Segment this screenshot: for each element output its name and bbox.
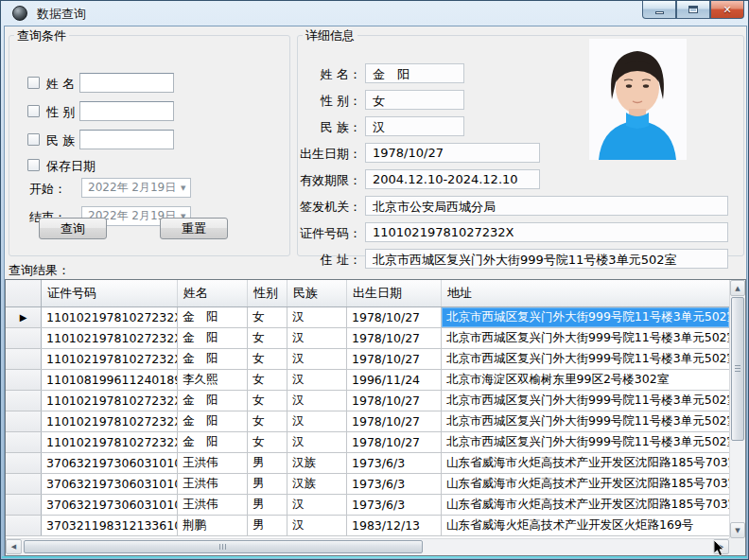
table-cell[interactable]: 男 — [248, 453, 287, 473]
detail-field-value[interactable]: 女 — [365, 90, 464, 110]
filter-input[interactable] — [79, 130, 174, 149]
table-cell[interactable]: 11010219781027232X — [42, 432, 178, 452]
table-cell[interactable]: 汉 — [287, 349, 347, 369]
detail-field-value[interactable]: 1978/10/27 — [365, 143, 540, 163]
table-row[interactable]: 11010219781027232X金 阳女汉1978/10/27北京市西城区复… — [6, 328, 729, 349]
column-header[interactable]: 证件号码 — [42, 280, 178, 306]
table-cell[interactable]: 370632197306031010 — [42, 495, 178, 515]
table-cell[interactable]: 北京市西城区复兴门外大街999号院11号楼3单元502室 — [442, 391, 729, 411]
table-cell[interactable]: 汉 — [287, 307, 347, 327]
row-header-cell[interactable] — [6, 474, 42, 494]
table-cell[interactable]: 王洪伟 — [178, 495, 248, 515]
detail-field-value[interactable]: 汉 — [365, 116, 464, 136]
filter-label[interactable]: 保存日期 — [46, 158, 96, 175]
table-cell[interactable]: 女 — [248, 349, 287, 369]
table-row[interactable]: 370632197306031010王洪伟男汉族1973/6/3山东省威海市火炬… — [6, 453, 729, 474]
reset-button[interactable]: 重置 — [160, 218, 228, 239]
table-row[interactable]: 110108199611240189李久熙女汉1996/11/24北京市海淀区双… — [6, 370, 729, 391]
table-cell[interactable]: 1978/10/27 — [347, 411, 442, 431]
row-header-cell[interactable] — [6, 516, 42, 535]
row-header-cell[interactable] — [6, 370, 42, 390]
start-date-picker[interactable]: 2022年 2月19日▼ — [81, 178, 191, 198]
table-cell[interactable]: 王洪伟 — [178, 474, 248, 494]
table-cell[interactable]: 汉 — [287, 411, 347, 431]
row-header-cell[interactable] — [6, 349, 42, 369]
table-cell[interactable]: 女 — [248, 328, 287, 348]
row-header-cell[interactable] — [6, 328, 42, 348]
column-header[interactable]: 性别 — [248, 280, 287, 306]
table-cell[interactable]: 金 阳 — [178, 411, 248, 431]
table-cell[interactable]: 男 — [248, 516, 287, 535]
table-cell[interactable]: 北京市海淀区双榆树东里99区2号楼302室 — [442, 370, 729, 390]
table-cell[interactable]: 汉 — [287, 328, 347, 348]
table-row[interactable]: 11010219781027232X金 阳女汉1978/10/27北京市西城区复… — [6, 432, 729, 453]
table-cell[interactable]: 1983/12/13 — [347, 516, 442, 535]
table-cell[interactable]: 金 阳 — [178, 432, 248, 452]
table-cell[interactable]: 1996/11/24 — [347, 370, 442, 390]
filter-input[interactable] — [79, 73, 174, 93]
filter-checkbox[interactable] — [27, 159, 40, 171]
table-cell[interactable]: 男 — [248, 474, 287, 494]
column-header[interactable]: 民族 — [287, 280, 347, 306]
scroll-up-button[interactable]: ▲ — [730, 280, 745, 296]
table-cell[interactable]: 李久熙 — [178, 370, 248, 390]
table-cell[interactable]: 11010219781027232X — [42, 328, 178, 348]
table-cell[interactable]: 汉 — [287, 516, 347, 535]
scroll-down-button[interactable]: ▼ — [730, 522, 745, 538]
table-cell[interactable]: 北京市西城区复兴门外大街999号院11号楼3单元502室 — [442, 328, 729, 348]
table-cell[interactable]: 女 — [248, 391, 287, 411]
maximize-button[interactable] — [676, 1, 710, 19]
title-bar[interactable]: 数据查询 ✕ — [1, 1, 748, 26]
filter-label[interactable]: 姓 名 — [46, 76, 75, 93]
vertical-scrollbar[interactable]: ▲ ▼ — [729, 280, 745, 538]
table-cell[interactable]: 1978/10/27 — [347, 432, 442, 452]
column-header[interactable]: 出生日期 — [347, 280, 442, 306]
table-cell[interactable]: 女 — [248, 411, 287, 431]
column-header[interactable]: 地址 — [442, 280, 729, 306]
table-cell[interactable]: 北京市西城区复兴门外大街999号院11号楼3单元502室 — [442, 411, 729, 431]
table-cell[interactable]: 110108199611240189 — [42, 370, 178, 390]
table-cell[interactable]: 荆鹏 — [178, 516, 248, 535]
filter-label[interactable]: 民 族 — [46, 132, 75, 149]
table-cell[interactable]: 370632197306031010 — [42, 453, 178, 473]
row-header-cell[interactable] — [6, 453, 42, 473]
table-cell[interactable]: 1973/6/3 — [347, 495, 442, 515]
close-button[interactable]: ✕ — [710, 1, 744, 19]
table-cell[interactable]: 11010219781027232X — [42, 349, 178, 369]
table-cell[interactable]: 11010219781027232X — [42, 411, 178, 431]
table-row[interactable]: 11010219781027232X金 阳女汉1978/10/27北京市西城区复… — [6, 349, 729, 370]
table-cell[interactable]: 汉族 — [287, 453, 347, 473]
table-cell[interactable]: 女 — [248, 307, 287, 327]
filter-label[interactable]: 性 别 — [46, 104, 75, 121]
table-cell[interactable]: 金 阳 — [178, 349, 248, 369]
row-header-cell[interactable]: ▶ — [6, 307, 42, 327]
horizontal-scrollbar[interactable]: ◀ ▶ — [6, 538, 729, 555]
table-row[interactable]: 370321198312133610荆鹏男汉1983/12/13山东省威海火炬高… — [6, 516, 729, 536]
scroll-left-button[interactable]: ◀ — [6, 539, 22, 554]
table-cell[interactable]: 1978/10/27 — [347, 391, 442, 411]
table-row[interactable]: 370632197306031010王洪伟男汉1973/6/3山东省威海市火炬高… — [6, 495, 729, 516]
table-cell[interactable]: 1978/10/27 — [347, 328, 442, 348]
column-header[interactable]: 姓名 — [178, 280, 248, 306]
table-cell[interactable]: 汉族 — [287, 474, 347, 494]
vertical-scroll-thumb[interactable] — [731, 297, 744, 441]
table-row[interactable]: ▶11010219781027232X金 阳女汉1978/10/27北京市西城区… — [6, 307, 729, 328]
row-header-cell[interactable] — [6, 495, 42, 515]
row-header-cell[interactable] — [6, 411, 42, 431]
table-cell[interactable]: 山东省威海市火炬高技术产业开发区沈阳路185号703室 — [442, 474, 729, 494]
table-cell[interactable]: 山东省威海市火炬高技术产业开发区沈阳路185号703室 — [442, 495, 729, 515]
minimize-button[interactable] — [642, 1, 676, 19]
table-cell[interactable]: 金 阳 — [178, 391, 248, 411]
table-cell[interactable]: 女 — [248, 432, 287, 452]
table-cell[interactable]: 1978/10/27 — [347, 307, 442, 327]
query-button[interactable]: 查询 — [39, 218, 107, 239]
detail-field-value[interactable]: 北京市公安局西城分局 — [365, 196, 728, 216]
detail-field-value[interactable]: 北京市西城区复兴门外大街999号院11号楼3单元502室 — [365, 249, 728, 269]
table-cell[interactable]: 北京市西城区复兴门外大街999号院11号楼3单元502室 — [442, 349, 729, 369]
detail-field-value[interactable]: 11010219781027232X — [365, 222, 728, 242]
table-cell[interactable]: 金 阳 — [178, 328, 248, 348]
row-header-cell[interactable] — [6, 432, 42, 452]
filter-checkbox[interactable] — [27, 133, 40, 146]
table-row[interactable]: 370632197306031010王洪伟男汉族1973/6/3山东省威海市火炬… — [6, 474, 729, 495]
table-row[interactable]: 11010219781027232X金 阳女汉1978/10/27北京市西城区复… — [6, 411, 729, 432]
